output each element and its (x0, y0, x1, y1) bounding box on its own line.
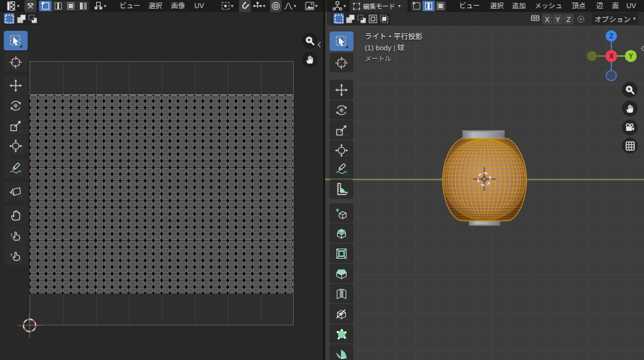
svg-text:X: X (609, 53, 614, 60)
svg-text:Y: Y (629, 53, 633, 60)
svg-text:Z: Z (609, 33, 613, 40)
